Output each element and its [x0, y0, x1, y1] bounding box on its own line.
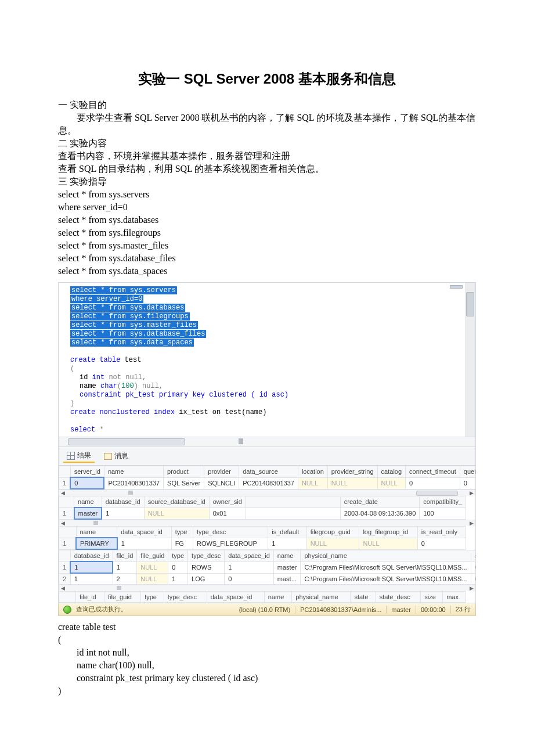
code-line: select * from sys.servers [58, 188, 476, 201]
code-line: select * from sys.database_files [58, 252, 476, 265]
scrollbar-marker [239, 438, 243, 444]
section1-heading: 一 实验目的 [58, 99, 476, 111]
status-server: (local) (10.0 RTM) [239, 606, 290, 613]
code-line: create table test [58, 621, 476, 633]
sql-editor[interactable]: select * from sys.servers where server_i… [58, 282, 476, 437]
status-user: PC201408301337\Adminis... [300, 606, 381, 613]
result-grid-2[interactable]: namedatabase_idsource_database_idowner_s… [59, 496, 475, 520]
grid-scrollbar[interactable]: ◀▶ [59, 489, 475, 496]
code-line: ) [58, 685, 476, 697]
chevron-right-icon[interactable]: ▶ [467, 490, 475, 496]
status-bar: 查询已成功执行。 (local) (10.0 RTM) PC2014083013… [58, 603, 476, 616]
code-line: select * from sys.filegroups [58, 226, 476, 239]
constraint-line: constraint pk_test primary key clustered… [80, 391, 288, 399]
hl-line: select * from sys.filegroups [70, 312, 190, 321]
chevron-right-icon[interactable]: ▶ [467, 585, 475, 591]
section2-line1: 查看书内容，环境并掌握其基本操作，服务器管理和注册 [58, 150, 476, 163]
chevron-left-icon[interactable]: ◀ [59, 585, 67, 591]
table-row[interactable]: 1 master1NULL0x012003-04-08 09:13:36.390… [59, 507, 466, 519]
result-grid-1[interactable]: server_idnameproductproviderdata_sourcel… [59, 466, 475, 489]
tab-label: 消息 [114, 451, 128, 461]
scrollbar-thumb[interactable] [68, 438, 185, 445]
message-icon [104, 453, 112, 460]
status-db: master [391, 606, 411, 613]
scrollbar-thumb[interactable] [466, 292, 474, 316]
success-icon [63, 606, 71, 614]
section3-heading: 三 实验指导 [58, 175, 476, 188]
code-line: select * from sys.master_files [58, 239, 476, 252]
scrollbar-horizontal[interactable] [58, 437, 476, 447]
table-header: namedatabase_idsource_database_idowner_s… [59, 496, 466, 508]
tab-results[interactable]: 结果 [63, 449, 95, 463]
result-grid-4[interactable]: database_idfile_idfile_guidtypetype_desc… [59, 550, 475, 585]
section2-heading: 二 实验内容 [58, 137, 476, 150]
sql-editor-screenshot: select * from sys.servers where server_i… [58, 282, 476, 616]
status-rows: 23 行 [456, 605, 471, 614]
results-tabs: 结果 消息 [58, 447, 476, 466]
hl-line: where server_id=0 [70, 295, 143, 303]
hl-line: select * from sys.master_files [70, 321, 198, 329]
status-time: 00:00:00 [421, 606, 446, 613]
table-header: server_idnameproductproviderdata_sourcel… [59, 466, 476, 478]
table-row[interactable]: 1 PRIMARY1FGROWS_FILEGROUP1NULLNULL0 [59, 538, 466, 549]
table-header: file_idfile_guidtypetype_descdata_space_… [59, 592, 466, 603]
code-line: select * from sys.databases [58, 214, 476, 226]
grid-scrollbar[interactable]: ◀▶ [59, 520, 475, 526]
table-row[interactable]: 1 0PC201408301337SQL ServerSQLNCLIPC2014… [59, 477, 476, 489]
hl-line: select * from sys.database_files [70, 330, 206, 338]
hl-line: select * from sys.servers [70, 286, 177, 294]
table-header: database_idfile_idfile_guidtypetype_desc… [59, 550, 476, 562]
grid-scrollbar[interactable]: ◀▶ [59, 585, 475, 591]
result-grid-3[interactable]: namedata_space_idtypetype_descis_default… [59, 526, 475, 550]
hl-line: select * from sys.data_spaces [70, 339, 194, 347]
code-line: name char(100) null, [58, 659, 476, 672]
tab-messages[interactable]: 消息 [100, 449, 132, 463]
code-line: select * from sys.data_spaces [58, 265, 476, 278]
grid-icon [67, 452, 75, 460]
kw: create table [70, 356, 120, 364]
code-line: id int not null, [58, 646, 476, 659]
result-grid-5[interactable]: file_idfile_guidtypetype_descdata_space_… [59, 591, 475, 603]
paren: ) [70, 399, 74, 408]
code-line: ( [58, 633, 476, 646]
scrollbar-vertical[interactable] [466, 283, 475, 437]
hl-line: select * from sys.databases [70, 304, 185, 312]
paren: ( [70, 365, 74, 373]
status-text: 查询已成功执行。 [76, 605, 127, 614]
code-line: constraint pk_test primary key clustered… [58, 672, 476, 685]
code-line: where server_id=0 [58, 201, 476, 214]
tab-label: 结果 [77, 451, 91, 460]
page-title: 实验一 SQL Server 2008 基本服务和信息 [58, 70, 476, 88]
chevron-right-icon[interactable]: ▶ [467, 520, 475, 526]
section1-body: 要求学生查看 SQL Server 2008 联机丛书的内容，了解 SQL 的环… [58, 111, 476, 137]
chevron-left-icon[interactable]: ◀ [59, 490, 67, 496]
section2-line2: 查看 SQL 的目录结构，利用 SQL 的基本系统视图查看相关信息。 [58, 163, 476, 175]
table-row[interactable]: 2 12NULL1LOG0mast...C:\Program Files\Mic… [59, 573, 476, 585]
chevron-left-icon[interactable]: ◀ [59, 520, 67, 526]
minimap-overview [450, 285, 463, 289]
table-header: namedata_space_idtypetype_descis_default… [59, 527, 466, 538]
table-row[interactable]: 1 11NULL0ROWS1masterC:\Program Files\Mic… [59, 561, 476, 573]
